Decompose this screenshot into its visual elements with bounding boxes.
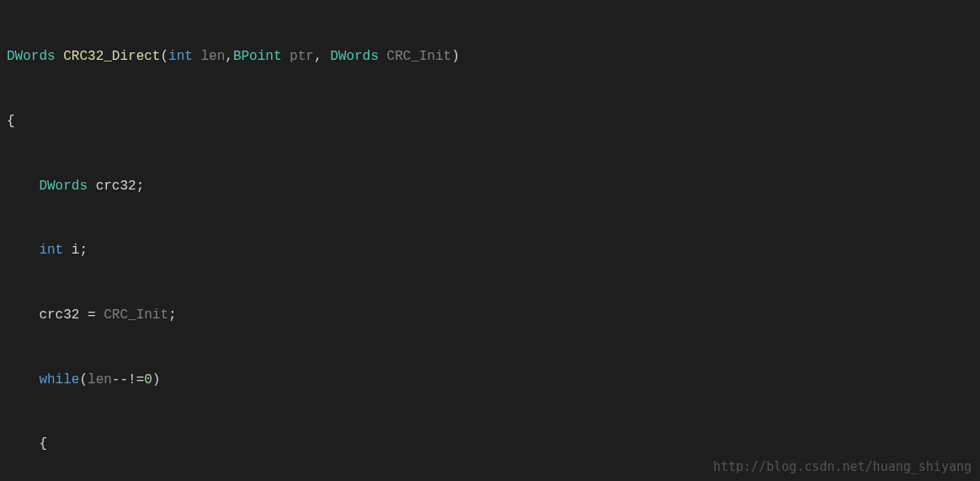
paren: ( bbox=[160, 46, 168, 68]
code-line: int i; bbox=[0, 240, 980, 262]
operator: --!= bbox=[112, 370, 144, 392]
param: CRC_Init bbox=[386, 46, 451, 68]
code-editor[interactable]: DWords CRC32_Direct(int len,BPoint ptr, … bbox=[0, 0, 980, 481]
identifier: CRC_Init bbox=[104, 305, 168, 327]
keyword: int bbox=[39, 240, 63, 262]
type-token: DWords bbox=[7, 46, 56, 68]
code-line: DWords crc32; bbox=[0, 176, 980, 198]
function-name: CRC32_Direct bbox=[63, 46, 160, 68]
type-token: BPoint bbox=[233, 46, 282, 68]
code-line: while(len--!=0) bbox=[0, 370, 980, 392]
identifier: len bbox=[88, 370, 112, 392]
variable: i; bbox=[72, 240, 88, 262]
code-text: crc32 = bbox=[39, 305, 104, 327]
param: ptr bbox=[290, 46, 314, 68]
code-line: crc32 = CRC_Init; bbox=[0, 305, 980, 327]
comma: , bbox=[225, 46, 233, 68]
variable: crc32; bbox=[96, 176, 145, 198]
keyword: while bbox=[39, 370, 79, 392]
brace: { bbox=[7, 434, 47, 456]
paren: ) bbox=[451, 46, 460, 68]
semi: ; bbox=[168, 305, 177, 327]
param: len bbox=[200, 46, 225, 68]
type-token: DWords bbox=[39, 176, 88, 198]
code-line: { bbox=[0, 434, 980, 456]
indent bbox=[7, 305, 39, 327]
brace: { bbox=[7, 111, 15, 133]
code-line: DWords CRC32_Direct(int len,BPoint ptr, … bbox=[0, 46, 980, 68]
keyword: int bbox=[168, 46, 193, 68]
indent bbox=[7, 370, 39, 392]
code-line: { bbox=[0, 111, 980, 133]
indent bbox=[7, 176, 39, 198]
number: 0 bbox=[144, 370, 152, 392]
watermark-text: http://blog.csdn.net/huang_shiyang bbox=[713, 459, 972, 474]
comma: , bbox=[314, 46, 330, 68]
type-token: DWords bbox=[330, 46, 379, 68]
paren: ) bbox=[152, 370, 161, 392]
indent bbox=[7, 240, 39, 262]
paren: ( bbox=[79, 370, 88, 392]
